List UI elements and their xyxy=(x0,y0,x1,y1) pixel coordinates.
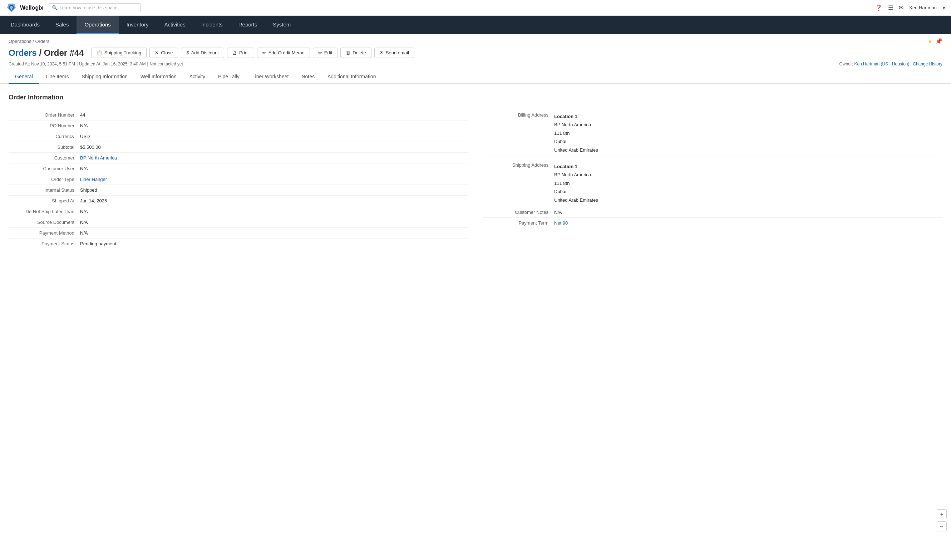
page-title-order: Order #44 xyxy=(44,48,84,58)
payment-term-link[interactable]: Net 90 xyxy=(554,220,568,226)
action-buttons: 📋 Shipping Tracking ✕ Close $ Add Discou… xyxy=(91,48,414,58)
field-order-number: Order Number 44 xyxy=(9,110,468,120)
top-bar: Wellogix 🔍 Learn how to use this space ❓… xyxy=(0,0,951,16)
add-discount-label: Add Discount xyxy=(191,50,219,55)
user-name[interactable]: Ken Hartman xyxy=(909,5,937,10)
tab-activity[interactable]: Activity xyxy=(183,70,212,84)
page-title-sep: / xyxy=(39,48,44,58)
field-currency: Currency USD xyxy=(9,131,468,142)
shipping-tracking-label: Shipping Tracking xyxy=(105,50,141,55)
shipping-tracking-button[interactable]: 📋 Shipping Tracking xyxy=(91,48,146,58)
field-customer-user: Customer User N/A xyxy=(9,163,468,174)
owner-section: Owner: Ken Hartman (US - Houston) | Chan… xyxy=(839,62,942,66)
nav-bar: Dashboards Sales Operations Inventory Ac… xyxy=(0,16,951,34)
close-button[interactable]: ✕ Close xyxy=(149,48,178,58)
breadcrumb: Operations / Orders xyxy=(9,38,49,44)
tab-line-items[interactable]: Line Items xyxy=(39,70,75,84)
search-icon: 🔍 xyxy=(52,5,58,10)
meta-info: Created At: Nov 10, 2024, 5:51 PM | Upda… xyxy=(0,62,951,70)
tab-pipe-tally[interactable]: Pipe Tally xyxy=(212,70,246,84)
shipping-tracking-icon: 📋 xyxy=(97,50,102,55)
page-title-prefix[interactable]: Orders xyxy=(9,48,37,58)
change-history-link[interactable]: Change History xyxy=(913,62,942,66)
owner-label: Owner: xyxy=(839,62,853,66)
add-discount-icon: $ xyxy=(186,50,189,55)
field-billing-address: Billing Address Location 1 BP North Amer… xyxy=(483,110,942,157)
left-col: Order Number 44 PO Number N/A Currency U… xyxy=(9,110,468,249)
tab-notes[interactable]: Notes xyxy=(295,70,321,84)
tab-liner-worksheet[interactable]: Liner Worksheet xyxy=(246,70,295,84)
delete-icon: 🗑 xyxy=(346,50,350,55)
add-credit-memo-label: Add Credit Memo xyxy=(268,50,305,55)
mail-icon[interactable]: ✉ xyxy=(899,4,903,11)
order-type-link[interactable]: Liner Hanger xyxy=(80,177,107,182)
edit-icon: ✏ xyxy=(318,50,322,55)
print-button[interactable]: 🖨 Print xyxy=(227,48,254,58)
print-icon: 🖨 xyxy=(232,50,237,55)
nav-item-sales[interactable]: Sales xyxy=(48,16,77,34)
field-subtotal: Subtotal $5,500.00 xyxy=(9,142,468,153)
print-label: Print xyxy=(239,50,249,55)
billing-address: Location 1 BP North America 111 8th Duba… xyxy=(554,112,598,154)
field-order-type: Order Type Liner Hanger xyxy=(9,174,468,185)
nav-item-inventory[interactable]: Inventory xyxy=(119,16,157,34)
send-email-label: Send email xyxy=(386,50,409,55)
help-icon[interactable]: ❓ xyxy=(875,4,882,11)
search-bar[interactable]: 🔍 Learn how to use this space xyxy=(48,3,141,12)
edit-button[interactable]: ✏ Edit xyxy=(313,48,337,58)
star-icon[interactable]: ★ xyxy=(927,38,933,45)
nav-item-incidents[interactable]: Incidents xyxy=(194,16,231,34)
menu-icon[interactable]: ☰ xyxy=(888,4,893,11)
field-do-not-ship: Do Not Ship Later Than N/A xyxy=(9,206,468,217)
nav-item-dashboards[interactable]: Dashboards xyxy=(3,16,48,34)
page-title: Orders / Order #44 xyxy=(9,48,84,58)
delete-button[interactable]: 🗑 Delete xyxy=(340,48,371,58)
field-customer: Customer BP North America xyxy=(9,153,468,163)
close-icon: ✕ xyxy=(155,50,159,55)
shipping-address: Location 1 BP North America 111 8th Duba… xyxy=(554,162,598,204)
field-source-document: Source Document N/A xyxy=(9,217,468,228)
tab-shipping-information[interactable]: Shipping Information xyxy=(75,70,134,84)
user-dropdown-icon[interactable]: ▾ xyxy=(942,4,945,11)
top-bar-left: Wellogix 🔍 Learn how to use this space xyxy=(6,2,141,14)
add-discount-button[interactable]: $ Add Discount xyxy=(181,48,224,58)
pin-icon[interactable]: 📌 xyxy=(935,38,942,45)
tab-well-information[interactable]: Well Information xyxy=(134,70,183,84)
contact-status: Not contacted yet xyxy=(150,62,183,66)
field-internal-status: Internal Status Shipped xyxy=(9,185,468,195)
updated-at: Updated At: Jan 16, 2025, 3:40 AM xyxy=(79,62,146,66)
tab-general[interactable]: General xyxy=(9,70,39,84)
search-placeholder: Learn how to use this space xyxy=(60,5,118,10)
add-credit-memo-button[interactable]: ✏ Add Credit Memo xyxy=(257,48,310,58)
nav-item-system[interactable]: System xyxy=(265,16,299,34)
owner-link[interactable]: Ken Hartman (US - Houston) xyxy=(854,62,909,66)
field-shipped-at: Shipped At Jan 14, 2025 xyxy=(9,195,468,206)
tabs: General Line Items Shipping Information … xyxy=(0,70,951,84)
breadcrumb-actions: ★ 📌 xyxy=(927,38,942,45)
top-bar-right: ❓ ☰ ✉ Ken Hartman ▾ xyxy=(875,4,945,11)
logo[interactable]: Wellogix xyxy=(6,2,44,14)
breadcrumb-bar: Operations / Orders ★ 📌 xyxy=(0,34,951,45)
field-customer-notes: Customer Notes N/A xyxy=(483,207,942,218)
nav-item-activities[interactable]: Activities xyxy=(157,16,194,34)
send-email-button[interactable]: ✉ Send email xyxy=(374,48,414,58)
tab-additional-information[interactable]: Additional Information xyxy=(321,70,382,84)
customer-link[interactable]: BP North America xyxy=(80,155,117,160)
logo-text: Wellogix xyxy=(20,5,44,11)
field-payment-method: Payment Method N/A xyxy=(9,228,468,238)
send-email-icon: ✉ xyxy=(380,50,384,55)
logo-icon xyxy=(6,2,17,14)
nav-item-operations[interactable]: Operations xyxy=(77,16,118,34)
content: Order Information Order Number 44 PO Num… xyxy=(0,84,951,259)
order-info-grid: Order Number 44 PO Number N/A Currency U… xyxy=(9,110,942,249)
nav-item-reports[interactable]: Reports xyxy=(231,16,265,34)
right-col: Billing Address Location 1 BP North Amer… xyxy=(483,110,942,249)
delete-label: Delete xyxy=(352,50,366,55)
field-po-number: PO Number N/A xyxy=(9,120,468,131)
page-title-area: Orders / Order #44 📋 Shipping Tracking ✕… xyxy=(0,45,951,62)
close-label: Close xyxy=(161,50,173,55)
created-at: Created At: Nov 10, 2024, 5:51 PM xyxy=(9,62,75,66)
section-title: Order Information xyxy=(9,94,942,101)
edit-label: Edit xyxy=(324,50,332,55)
field-shipping-address: Shipping Address Location 1 BP North Ame… xyxy=(483,160,942,207)
